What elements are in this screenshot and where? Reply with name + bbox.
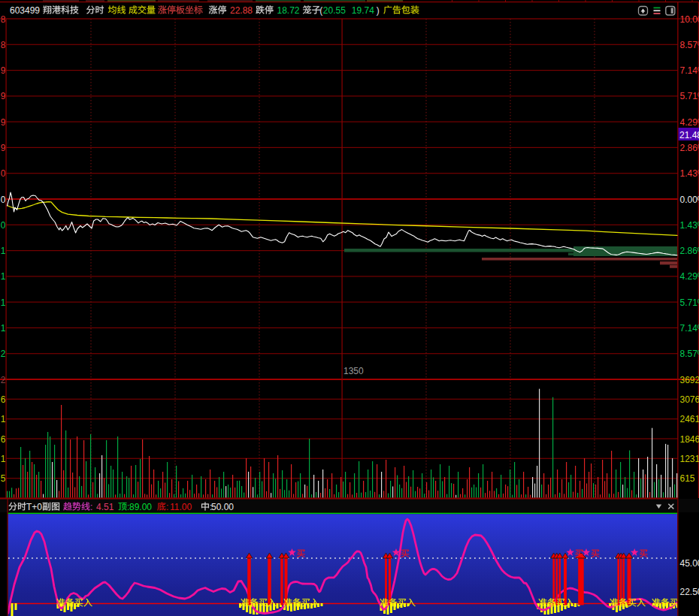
svg-text:0: 0: [1, 220, 6, 231]
svg-text:603499: 603499: [10, 5, 40, 16]
svg-text:7.14%: 7.14%: [680, 323, 699, 334]
svg-text:50.00: 50.00: [211, 502, 234, 512]
svg-text:21.48: 21.48: [679, 130, 699, 140]
svg-text:3692: 3692: [680, 375, 699, 385]
svg-text:1350: 1350: [343, 366, 364, 376]
svg-text:(: (: [319, 5, 322, 16]
svg-text:4.29%: 4.29%: [680, 117, 699, 128]
svg-text:6: 6: [1, 434, 6, 445]
svg-text:1.43%: 1.43%: [680, 168, 699, 179]
svg-text:89.00: 89.00: [129, 502, 152, 512]
svg-text:2: 2: [1, 375, 6, 385]
svg-text:9: 9: [1, 117, 6, 128]
svg-text:19.74: 19.74: [352, 5, 374, 16]
svg-text:1231: 1231: [680, 454, 699, 464]
svg-text:1: 1: [1, 271, 6, 282]
svg-text:10.00%: 10.00%: [680, 14, 699, 25]
svg-text:1: 1: [1, 297, 6, 308]
svg-text:615: 615: [680, 473, 695, 484]
svg-text:2.86%: 2.86%: [680, 246, 699, 256]
svg-text:8: 8: [1, 40, 6, 50]
svg-text:18.72: 18.72: [277, 5, 300, 16]
svg-text:22.50: 22.50: [680, 587, 699, 597]
svg-text:4.51: 4.51: [96, 502, 114, 512]
svg-text:): ): [377, 5, 380, 16]
svg-text:1: 1: [1, 323, 6, 334]
svg-text:8: 8: [1, 14, 6, 25]
svg-text:22.88: 22.88: [230, 5, 253, 16]
svg-text:7.14%: 7.14%: [680, 65, 699, 76]
svg-text:6: 6: [1, 394, 6, 405]
svg-text:45.00: 45.00: [680, 558, 699, 569]
svg-text:0: 0: [1, 195, 6, 205]
svg-text::: :: [90, 502, 92, 512]
svg-text:0: 0: [1, 168, 6, 179]
svg-text:2: 2: [1, 349, 6, 359]
svg-text:9: 9: [1, 91, 6, 101]
svg-text::: :: [166, 502, 168, 512]
svg-text:9: 9: [1, 143, 6, 153]
svg-text:5: 5: [1, 473, 6, 484]
svg-text:5.71%: 5.71%: [680, 297, 699, 308]
svg-text:11.00: 11.00: [170, 502, 192, 512]
svg-text:3076: 3076: [680, 394, 699, 405]
svg-text:8.57%: 8.57%: [680, 349, 699, 359]
svg-text:9: 9: [1, 65, 6, 76]
svg-text:1: 1: [1, 454, 6, 464]
svg-text:1: 1: [1, 414, 6, 424]
svg-text:2.86%: 2.86%: [680, 143, 699, 153]
svg-text:T+0: T+0: [26, 502, 42, 512]
svg-text:1: 1: [1, 246, 6, 256]
svg-text:1846: 1846: [680, 434, 699, 445]
svg-text:20.55: 20.55: [323, 5, 346, 16]
svg-text:2461: 2461: [680, 414, 699, 424]
svg-text:1.43%: 1.43%: [680, 220, 699, 231]
svg-text:5.71%: 5.71%: [680, 91, 699, 101]
svg-text:4.29%: 4.29%: [680, 271, 699, 282]
svg-text:0.00%: 0.00%: [680, 195, 699, 205]
svg-text:8.57%: 8.57%: [680, 40, 699, 50]
